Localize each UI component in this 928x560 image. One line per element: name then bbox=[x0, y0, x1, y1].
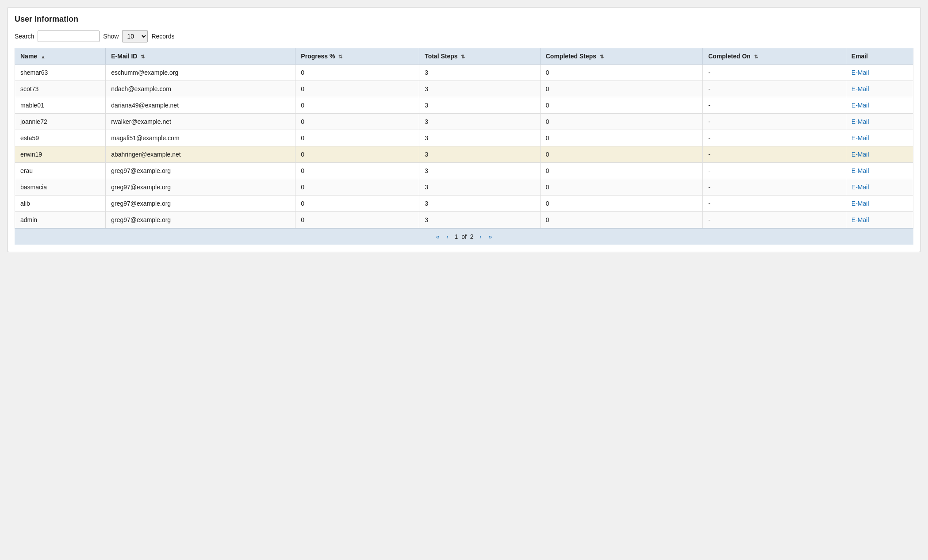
cell-email-action: E-Mail bbox=[846, 65, 913, 81]
cell-email-id: rwalker@example.net bbox=[106, 114, 295, 130]
cell-completed-on: - bbox=[703, 212, 846, 228]
cell-progress: 0 bbox=[295, 65, 419, 81]
cell-completed-on: - bbox=[703, 130, 846, 146]
search-label: Search bbox=[15, 33, 34, 40]
cell-name: erau bbox=[15, 163, 106, 179]
pagination-separator: of bbox=[461, 233, 467, 240]
cell-completed-steps: 0 bbox=[540, 179, 703, 196]
cell-email-id: greg97@example.org bbox=[106, 212, 295, 228]
cell-email-id: abahringer@example.net bbox=[106, 146, 295, 163]
cell-progress: 0 bbox=[295, 81, 419, 97]
cell-name: erwin19 bbox=[15, 146, 106, 163]
cell-email-id: greg97@example.org bbox=[106, 179, 295, 196]
col-name[interactable]: Name ▲ bbox=[15, 48, 106, 65]
cell-completed-on: - bbox=[703, 146, 846, 163]
email-link[interactable]: E-Mail bbox=[851, 134, 869, 142]
cell-total-steps: 3 bbox=[419, 179, 541, 196]
search-input[interactable] bbox=[38, 31, 100, 42]
cell-progress: 0 bbox=[295, 146, 419, 163]
cell-email-id: dariana49@example.net bbox=[106, 97, 295, 114]
cell-email-action: E-Mail bbox=[846, 163, 913, 179]
pagination-last[interactable]: » bbox=[488, 233, 492, 240]
cell-email-action: E-Mail bbox=[846, 146, 913, 163]
cell-total-steps: 3 bbox=[419, 130, 541, 146]
cell-total-steps: 3 bbox=[419, 196, 541, 212]
pagination-current: 1 bbox=[455, 233, 458, 240]
cell-completed-steps: 0 bbox=[540, 130, 703, 146]
table-body: shemar63eschumm@example.org030-E-Mailsco… bbox=[15, 65, 913, 228]
email-link[interactable]: E-Mail bbox=[851, 184, 869, 191]
email-link[interactable]: E-Mail bbox=[851, 85, 869, 92]
cell-progress: 0 bbox=[295, 196, 419, 212]
cell-email-action: E-Mail bbox=[846, 179, 913, 196]
email-link[interactable]: E-Mail bbox=[851, 102, 869, 109]
cell-name: basmacia bbox=[15, 179, 106, 196]
cell-completed-steps: 0 bbox=[540, 146, 703, 163]
sort-icon-name: ▲ bbox=[41, 54, 46, 59]
show-label: Show bbox=[103, 33, 119, 40]
cell-progress: 0 bbox=[295, 212, 419, 228]
cell-email-action: E-Mail bbox=[846, 212, 913, 228]
col-completed-steps[interactable]: Completed Steps ⇅ bbox=[540, 48, 703, 65]
cell-completed-steps: 0 bbox=[540, 196, 703, 212]
table-row: mable01dariana49@example.net030-E-Mail bbox=[15, 97, 913, 114]
cell-email-action: E-Mail bbox=[846, 196, 913, 212]
cell-total-steps: 3 bbox=[419, 81, 541, 97]
cell-email-id: greg97@example.org bbox=[106, 196, 295, 212]
pagination-total: 2 bbox=[470, 233, 474, 240]
table-row: esta59magali51@example.com030-E-Mail bbox=[15, 130, 913, 146]
cell-email-action: E-Mail bbox=[846, 130, 913, 146]
cell-progress: 0 bbox=[295, 179, 419, 196]
email-link[interactable]: E-Mail bbox=[851, 216, 869, 223]
email-link[interactable]: E-Mail bbox=[851, 118, 869, 125]
pagination-first[interactable]: « bbox=[436, 233, 440, 240]
cell-name: scot73 bbox=[15, 81, 106, 97]
records-label: Records bbox=[151, 33, 174, 40]
pagination-next[interactable]: › bbox=[479, 233, 482, 240]
pagination-bar: « ‹ 1 of 2 › » bbox=[15, 228, 913, 245]
cell-completed-steps: 0 bbox=[540, 212, 703, 228]
page-title: User Information bbox=[15, 15, 913, 24]
sort-icon-progress: ⇅ bbox=[338, 54, 342, 60]
cell-name: shemar63 bbox=[15, 65, 106, 81]
cell-name: joannie72 bbox=[15, 114, 106, 130]
cell-total-steps: 3 bbox=[419, 97, 541, 114]
cell-name: admin bbox=[15, 212, 106, 228]
cell-total-steps: 3 bbox=[419, 146, 541, 163]
pagination-prev[interactable]: ‹ bbox=[446, 233, 449, 240]
cell-completed-on: - bbox=[703, 179, 846, 196]
table-row: shemar63eschumm@example.org030-E-Mail bbox=[15, 65, 913, 81]
email-link[interactable]: E-Mail bbox=[851, 167, 869, 174]
email-link[interactable]: E-Mail bbox=[851, 200, 869, 207]
cell-completed-on: - bbox=[703, 114, 846, 130]
table-row: scot73ndach@example.com030-E-Mail bbox=[15, 81, 913, 97]
cell-total-steps: 3 bbox=[419, 65, 541, 81]
table-row: basmaciagreg97@example.org030-E-Mail bbox=[15, 179, 913, 196]
cell-completed-steps: 0 bbox=[540, 65, 703, 81]
col-total-steps[interactable]: Total Steps ⇅ bbox=[419, 48, 541, 65]
col-progress[interactable]: Progress % ⇅ bbox=[295, 48, 419, 65]
records-per-page-select[interactable]: 102550100 bbox=[122, 30, 148, 42]
cell-completed-on: - bbox=[703, 196, 846, 212]
email-link[interactable]: E-Mail bbox=[851, 69, 869, 76]
cell-total-steps: 3 bbox=[419, 163, 541, 179]
cell-email-id: ndach@example.com bbox=[106, 81, 295, 97]
cell-email-action: E-Mail bbox=[846, 114, 913, 130]
cell-progress: 0 bbox=[295, 130, 419, 146]
sort-icon-completed-on: ⇅ bbox=[754, 54, 758, 60]
cell-email-action: E-Mail bbox=[846, 97, 913, 114]
cell-email-id: eschumm@example.org bbox=[106, 65, 295, 81]
cell-name: alib bbox=[15, 196, 106, 212]
col-completed-on[interactable]: Completed On ⇅ bbox=[703, 48, 846, 65]
cell-name: mable01 bbox=[15, 97, 106, 114]
col-email-action: Email bbox=[846, 48, 913, 65]
cell-progress: 0 bbox=[295, 114, 419, 130]
user-table: Name ▲ E-Mail ID ⇅ Progress % ⇅ Total St… bbox=[15, 48, 913, 228]
cell-completed-steps: 0 bbox=[540, 97, 703, 114]
col-email-id[interactable]: E-Mail ID ⇅ bbox=[106, 48, 295, 65]
table-row: erwin19abahringer@example.net030-E-Mail bbox=[15, 146, 913, 163]
cell-email-action: E-Mail bbox=[846, 81, 913, 97]
email-link[interactable]: E-Mail bbox=[851, 151, 869, 158]
cell-completed-steps: 0 bbox=[540, 81, 703, 97]
cell-completed-steps: 0 bbox=[540, 114, 703, 130]
